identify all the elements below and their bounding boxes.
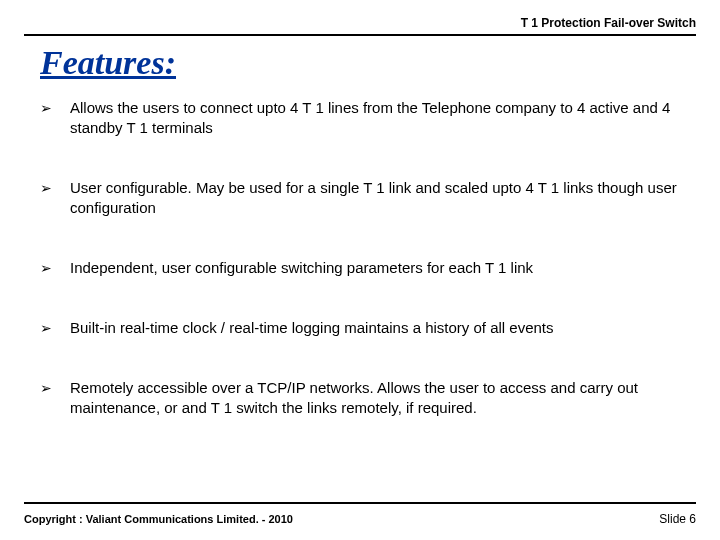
list-item: ➢ Independent, user configurable switchi… [40,258,692,278]
list-item-text: Built-in real-time clock / real-time log… [70,318,692,338]
list-item: ➢ User configurable. May be used for a s… [40,178,692,218]
bullet-icon: ➢ [40,98,70,118]
footer: Copyright : Valiant Communications Limit… [24,512,696,526]
list-item: ➢ Allows the users to connect upto 4 T 1… [40,98,692,138]
page-header: T 1 Protection Fail-over Switch [521,16,696,30]
slide-title: Features: [40,44,176,82]
list-item-text: User configurable. May be used for a sin… [70,178,692,218]
divider-top [24,34,696,36]
feature-list: ➢ Allows the users to connect upto 4 T 1… [40,98,692,458]
bullet-icon: ➢ [40,318,70,338]
bullet-icon: ➢ [40,178,70,198]
list-item: ➢ Built-in real-time clock / real-time l… [40,318,692,338]
list-item-text: Remotely accessible over a TCP/IP networ… [70,378,692,418]
list-item-text: Independent, user configurable switching… [70,258,692,278]
copyright-text: Copyright : Valiant Communications Limit… [24,513,293,525]
list-item: ➢ Remotely accessible over a TCP/IP netw… [40,378,692,418]
bullet-icon: ➢ [40,258,70,278]
divider-bottom [24,502,696,504]
slide-number: Slide 6 [659,512,696,526]
list-item-text: Allows the users to connect upto 4 T 1 l… [70,98,692,138]
bullet-icon: ➢ [40,378,70,398]
